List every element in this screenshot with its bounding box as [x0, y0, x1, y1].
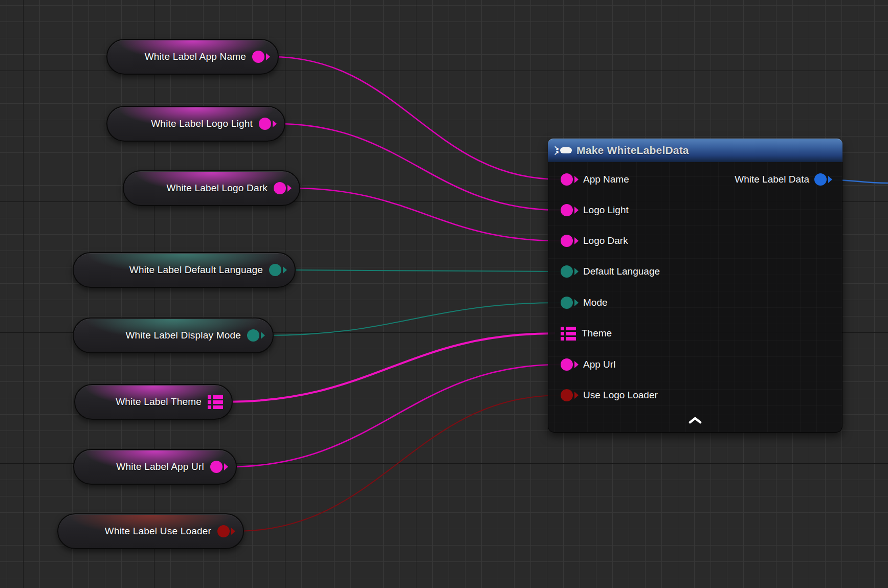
input-row: App Name: [561, 172, 629, 187]
node-title: White Label Default Language: [129, 264, 263, 276]
node-title: White Label App Url: [116, 461, 204, 472]
struct-input-pin[interactable]: [561, 327, 576, 341]
enum-input-pin[interactable]: [561, 265, 578, 278]
pin-label: Mode: [583, 297, 608, 308]
string-input-pin[interactable]: [561, 173, 578, 186]
wire-app-name[interactable]: [271, 57, 560, 179]
bool-input-pin[interactable]: [561, 389, 578, 401]
wire-display-mode[interactable]: [265, 303, 560, 335]
getter-node-white-label-default-language[interactable]: White Label Default Language: [73, 252, 296, 288]
make-struct-icon: ↘↗: [554, 145, 572, 155]
string-input-pin[interactable]: [561, 204, 578, 216]
wire-use-loader[interactable]: [236, 395, 560, 531]
chevron-up-icon: [689, 416, 702, 424]
string-output-pin[interactable]: [252, 51, 270, 63]
input-row: Use Logo Loader: [561, 388, 658, 403]
wire-logo-light[interactable]: [277, 124, 560, 210]
struct-output-pin[interactable]: [814, 173, 832, 186]
input-row: Default Language: [561, 264, 660, 279]
pin-label: White Label Data: [735, 174, 809, 185]
wire-logo-dark[interactable]: [292, 188, 560, 241]
node-title: White Label Logo Light: [151, 118, 253, 129]
string-input-pin[interactable]: [561, 235, 578, 247]
getter-node-white-label-theme[interactable]: White Label Theme: [74, 384, 233, 420]
pin-label: Logo Dark: [583, 235, 628, 246]
node-title: White Label Use Loader: [105, 526, 211, 537]
node-title: White Label Theme: [116, 396, 202, 408]
struct-output-pin[interactable]: [208, 395, 224, 409]
getter-node-white-label-logo-dark[interactable]: White Label Logo Dark: [123, 170, 300, 206]
make-whitelabeldata-node[interactable]: ↘↗ Make WhiteLabelData App Name White La…: [548, 139, 842, 433]
node-title: White Label Display Mode: [125, 330, 241, 341]
string-output-pin[interactable]: [259, 118, 276, 130]
output-row: White Label Data: [735, 172, 832, 187]
pin-label: App Url: [583, 359, 615, 370]
blueprint-graph-canvas[interactable]: White Label App Name White Label Logo Li…: [0, 0, 888, 588]
getter-node-white-label-app-url[interactable]: White Label App Url: [73, 449, 237, 485]
enum-output-pin[interactable]: [269, 264, 286, 276]
collapse-node-button[interactable]: [689, 416, 702, 424]
getter-node-white-label-display-mode[interactable]: White Label Display Mode: [73, 318, 274, 353]
enum-input-pin[interactable]: [561, 297, 578, 309]
node-title: White Label App Name: [145, 51, 246, 62]
wire-default-language[interactable]: [287, 270, 560, 272]
input-row: Logo Dark: [561, 233, 628, 248]
pin-label: Theme: [582, 328, 612, 339]
wire-theme[interactable]: [226, 333, 555, 402]
pin-label: Use Logo Loader: [583, 390, 658, 401]
string-input-pin[interactable]: [561, 358, 578, 371]
pin-label: App Name: [583, 174, 629, 185]
wire-app-url[interactable]: [229, 365, 560, 467]
input-row: Logo Light: [561, 202, 629, 218]
pin-label: Logo Light: [583, 205, 629, 216]
bool-output-pin[interactable]: [217, 525, 235, 537]
node-title: Make WhiteLabelData: [576, 144, 689, 156]
string-output-pin[interactable]: [210, 461, 228, 473]
input-row: Theme: [561, 326, 612, 341]
getter-node-white-label-logo-light[interactable]: White Label Logo Light: [106, 106, 285, 142]
node-header[interactable]: ↘↗ Make WhiteLabelData: [548, 139, 842, 162]
pin-label: Default Language: [583, 266, 660, 277]
getter-node-white-label-use-loader[interactable]: White Label Use Loader: [57, 513, 244, 549]
node-title: White Label Logo Dark: [167, 183, 268, 194]
input-row: App Url: [561, 357, 615, 372]
enum-output-pin[interactable]: [247, 329, 264, 342]
getter-node-white-label-app-name[interactable]: White Label App Name: [106, 39, 279, 75]
string-output-pin[interactable]: [274, 182, 291, 194]
input-row: Mode: [561, 295, 608, 310]
